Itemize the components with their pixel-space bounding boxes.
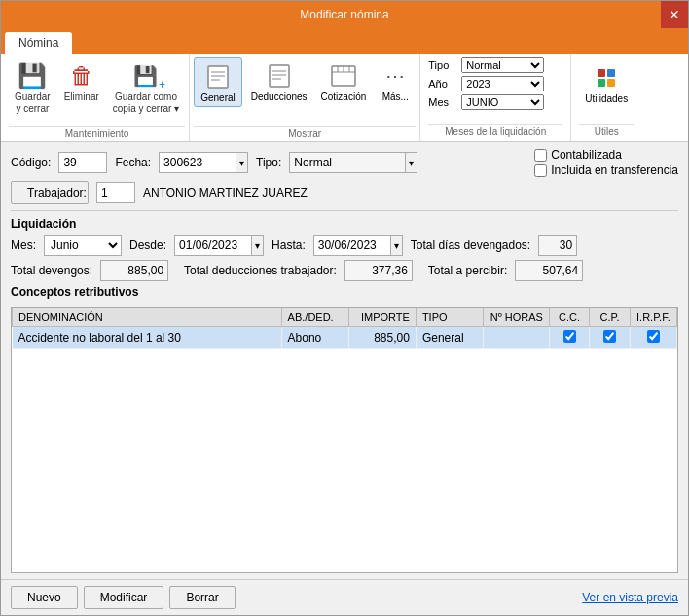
col-irpf: I.R.P.F. [630,308,676,327]
col-n-horas: Nº HORAS [484,308,550,327]
guardar-copia-button[interactable]: 💾+ Guardar comocopia y cerrar ▾ [107,57,185,118]
table-header-row: DENOMINACIÓN AB./DED. IMPORTE TIPO Nº HO… [13,308,677,327]
total-deducciones-label: Total deducciones trabajador: [184,264,337,277]
ribbon-tab-bar: Nómina [1,28,688,54]
fecha-label: Fecha: [115,156,151,169]
row-trabajador: Trabajador: ANTONIO MARTINEZ JUAREZ [11,181,678,204]
borrar-button[interactable]: Borrar [169,586,235,609]
tipo-form-label: Tipo: [256,156,281,169]
svg-rect-16 [607,79,615,87]
general-button[interactable]: General [194,57,242,107]
main-window: Modificar nómina ✕ Nómina 💾 Guardary cer… [0,0,689,616]
contabilizada-checkbox[interactable] [534,149,547,162]
tab-nomina[interactable]: Nómina [5,32,72,54]
table-row[interactable]: Accidente no laboral del 1 al 30 Abono 8… [13,327,677,349]
deducciones-label: Deducciones [251,91,308,102]
total-deducciones-input [344,260,413,281]
ribbon-group-mostrar: General Deducciones [190,54,420,141]
mantenimiento-label: Mantenimiento [9,126,185,139]
col-cp: C.P. [590,308,630,327]
divider-1 [11,210,678,211]
deducciones-icon [264,60,295,91]
cotizacion-icon [328,60,359,91]
col-ab-ded: AB./DED. [281,308,348,327]
close-button[interactable]: ✕ [661,1,688,28]
utiles-label: Útiles [579,124,634,137]
window-title: Modificar nómina [300,8,388,21]
cell-ab-ded: Abono [281,327,348,349]
delete-icon: 🗑 [66,60,97,91]
total-dias-label: Total días devengados: [411,238,530,252]
mes-liquidacion-select[interactable]: Junio [44,235,122,256]
cell-cc [549,327,589,349]
col-tipo: TIPO [416,308,483,327]
deducciones-button[interactable]: Deducciones [246,57,312,105]
conceptos-table: DENOMINACIÓN AB./DED. IMPORTE TIPO Nº HO… [12,308,677,349]
trabajador-button[interactable]: Trabajador: [11,181,89,204]
nuevo-button[interactable]: Nuevo [11,586,78,609]
row-codigo: Código: Fecha: ▾ Tipo: ▾ Contabilizada I… [11,148,678,177]
total-percibir-input [515,260,583,281]
utilidades-button[interactable]: Utilidades [579,59,634,107]
tipo-select[interactable]: Normal [461,57,544,73]
tipo-dropdown-button[interactable]: ▾ [406,152,417,173]
cell-cp [590,327,630,349]
mostrar-label: Mostrar [194,126,416,139]
desde-dropdown-button[interactable]: ▾ [252,235,264,256]
general-icon [202,61,234,92]
conceptos-table-container: DENOMINACIÓN AB./DED. IMPORTE TIPO Nº HO… [11,307,678,573]
svg-rect-14 [607,69,615,77]
desde-input[interactable] [174,235,252,256]
ribbon-content: 💾 Guardary cerrar 🗑 Eliminar 💾+ Guardar … [1,54,688,141]
svg-rect-4 [270,65,289,87]
transferencia-checkbox[interactable] [534,164,547,177]
col-denominacion: DENOMINACIÓN [13,308,282,327]
title-bar: Modificar nómina ✕ [1,1,688,28]
codigo-input[interactable] [58,152,107,173]
liquidacion-section: Liquidación Mes: Junio Desde: ▾ Hasta: [11,217,678,281]
contabilizada-label: Contabilizada [551,148,622,162]
fecha-dropdown-button[interactable]: ▾ [236,152,248,173]
cotizacion-button[interactable]: Cotización [316,57,372,105]
vista-previa-link[interactable]: Ver en vista previa [582,591,678,604]
ribbon: Nómina 💾 Guardary cerrar 🗑 Eliminar [1,28,688,142]
ribbon-group-utiles: Utilidades Útiles [571,54,641,141]
anio-label: Año [428,78,457,90]
fecha-input[interactable] [159,152,236,173]
liquidacion-label: Meses de la liquidación [428,124,562,137]
conceptos-header: Conceptos retributivos [11,285,678,299]
cotizacion-label: Cotización [321,91,367,102]
svg-rect-15 [598,79,605,87]
transferencia-label: Incluida en transferencia [551,163,678,177]
mes-liquidacion-label: Mes: [11,238,36,252]
trabajador-id-input[interactable] [96,182,135,203]
hasta-label: Hasta: [272,238,306,252]
total-dias-input [538,235,577,256]
mas-button[interactable]: ⋯ Más... [375,57,416,105]
row-totales: Total devengos: Total deducciones trabaj… [11,260,678,281]
bottom-bar: Nuevo Modificar Borrar Ver en vista prev… [1,579,688,615]
hasta-dropdown-button[interactable]: ▾ [391,235,403,256]
mas-label: Más... [382,91,409,102]
mes-row: Mes JUNIO [428,94,562,110]
modificar-button[interactable]: Modificar [84,586,164,609]
transferencia-checkbox-label: Incluida en transferencia [534,163,678,177]
mes-select[interactable]: JUNIO [461,94,544,110]
irpf-checkbox[interactable] [647,330,660,343]
col-importe: IMPORTE [348,308,416,327]
contabilizada-checkbox-label: Contabilizada [534,148,678,162]
anio-select[interactable]: 2023 [461,76,544,91]
tipo-row: Tipo Normal [428,57,562,73]
svg-rect-0 [208,66,228,88]
cc-checkbox[interactable] [563,330,576,343]
hasta-input[interactable] [313,235,391,256]
utilidades-label: Utilidades [585,93,628,104]
tipo-label: Tipo [428,59,457,71]
eliminar-button[interactable]: 🗑 Eliminar [58,57,105,106]
liquidacion-header: Liquidación [11,217,678,231]
cell-tipo: General [416,327,483,349]
guardar-cerrar-button[interactable]: 💾 Guardary cerrar [9,57,56,118]
svg-rect-13 [598,69,605,77]
save-icon: 💾 [17,60,48,91]
cp-checkbox[interactable] [603,330,616,343]
